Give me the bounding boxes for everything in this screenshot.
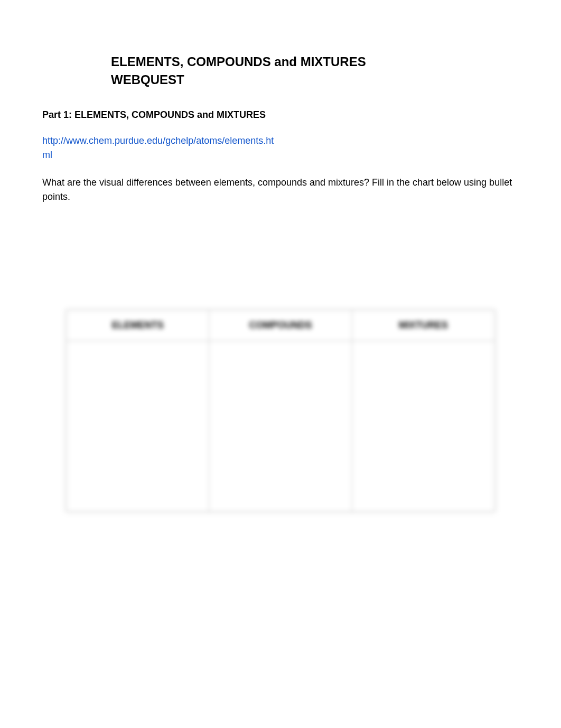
chart-table-container: ELEMENTS COMPOUNDS MIXTURES [66,310,495,512]
column-header-mixtures: MIXTURES [352,310,494,341]
comparison-table: ELEMENTS COMPOUNDS MIXTURES [66,310,495,512]
cell-mixtures [352,341,494,512]
prompt-text: What are the visual differences between … [42,176,519,204]
cell-compounds [209,341,352,512]
part-heading: Part 1: ELEMENTS, COMPOUNDS and MIXTURES [42,109,519,121]
document-page: ELEMENTS, COMPOUNDS and MIXTURES WEBQUES… [0,0,561,728]
purdue-link[interactable]: http://www.chem.purdue.edu/gchelp/atoms/… [42,135,274,160]
document-title: ELEMENTS, COMPOUNDS and MIXTURES WEBQUES… [111,53,375,88]
column-header-compounds: COMPOUNDS [209,310,352,341]
reference-link: http://www.chem.purdue.edu/gchelp/atoms/… [42,134,275,162]
table-row [67,341,495,512]
cell-elements [67,341,209,512]
table-header-row: ELEMENTS COMPOUNDS MIXTURES [67,310,495,341]
column-header-elements: ELEMENTS [67,310,209,341]
